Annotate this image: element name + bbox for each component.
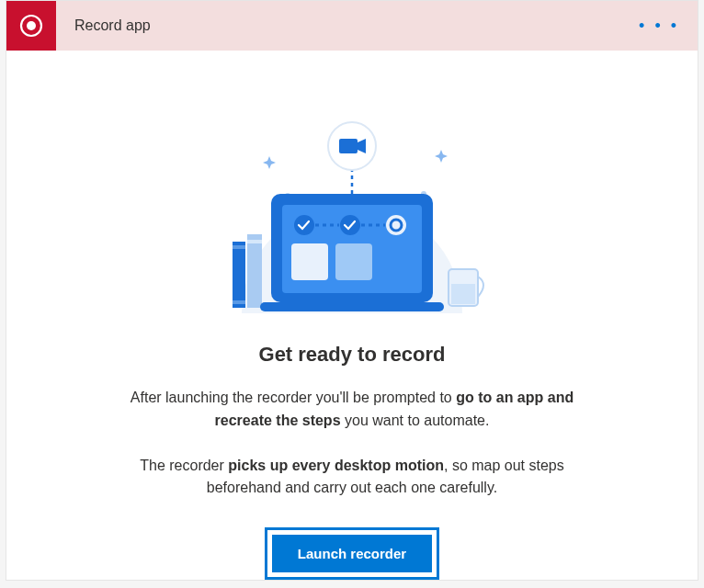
instruction-paragraph-1: After launching the recorder you'll be p… xyxy=(104,387,600,433)
svg-point-1 xyxy=(27,21,36,30)
record-icon xyxy=(6,1,56,51)
svg-point-16 xyxy=(340,215,360,235)
record-app-panel: Record app • • • xyxy=(6,0,698,581)
launch-button-highlight: Launch recorder xyxy=(265,527,439,580)
panel-title: Record app xyxy=(74,17,151,34)
svg-rect-8 xyxy=(233,300,245,304)
svg-rect-12 xyxy=(260,302,444,311)
text-bold: picks up every desktop motion xyxy=(228,458,444,473)
instruction-paragraph-2: The recorder picks up every desktop moti… xyxy=(104,455,600,501)
launch-recorder-button[interactable]: Launch recorder xyxy=(272,535,432,572)
svg-point-14 xyxy=(294,215,314,235)
text-segment: you want to automate. xyxy=(341,413,490,428)
text-segment: The recorder xyxy=(140,458,228,473)
svg-rect-9 xyxy=(247,234,262,308)
svg-rect-6 xyxy=(233,242,245,308)
svg-rect-24 xyxy=(339,139,358,153)
content-heading: Get ready to record xyxy=(6,343,698,367)
text-segment: After launching the recorder you'll be p… xyxy=(131,390,456,405)
panel-content: Get ready to record After launching the … xyxy=(6,51,698,580)
svg-rect-21 xyxy=(335,243,372,280)
svg-rect-5 xyxy=(451,284,475,304)
panel-header: Record app • • • xyxy=(6,1,698,51)
svg-rect-10 xyxy=(247,240,262,243)
recorder-illustration xyxy=(196,95,508,324)
svg-point-18 xyxy=(386,215,406,235)
svg-rect-7 xyxy=(233,245,245,249)
more-options-button[interactable]: • • • xyxy=(639,17,679,36)
svg-rect-20 xyxy=(291,243,328,280)
